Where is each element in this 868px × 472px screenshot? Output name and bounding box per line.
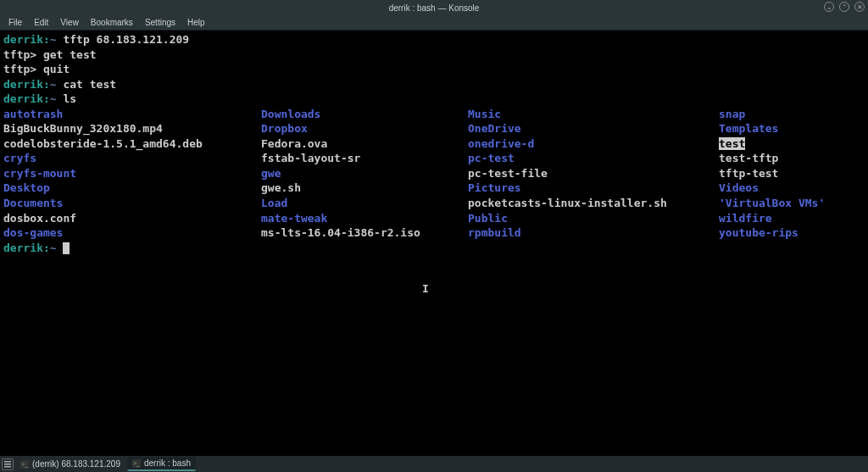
taskbar-label: derrik : bash bbox=[144, 458, 191, 468]
file-name: Downloads bbox=[261, 108, 320, 120]
ls-entry: Fedora.ova bbox=[261, 136, 468, 152]
maximize-button[interactable]: ⌃ bbox=[839, 2, 849, 12]
file-name: gwe bbox=[261, 167, 281, 180]
ls-entry: rpmbuild bbox=[468, 225, 719, 241]
file-name: Desktop bbox=[3, 181, 50, 194]
menubar: File Edit View Bookmarks Settings Help bbox=[0, 15, 868, 31]
taskbar-item-bash[interactable]: >_ derrik : bash bbox=[127, 457, 196, 471]
file-name: codelobsteride-1.5.1_amd64.deb bbox=[3, 137, 203, 150]
window-controls: ⌄ ⌃ ✕ bbox=[824, 2, 865, 12]
command-text: quit bbox=[43, 63, 70, 75]
file-name: rpmbuild bbox=[468, 226, 521, 239]
menu-file[interactable]: File bbox=[3, 16, 27, 29]
svg-rect-1 bbox=[4, 464, 11, 465]
svg-rect-2 bbox=[4, 466, 11, 468]
ls-column: DownloadsDropboxFedora.ovafstab-layout-s… bbox=[261, 107, 468, 241]
ls-entry: gwe bbox=[261, 166, 468, 181]
terminal-line: tftp> get test bbox=[3, 47, 865, 63]
file-name: autotrash bbox=[3, 108, 63, 120]
ls-entry: cryfs-mount bbox=[3, 166, 261, 181]
ls-entry: snap bbox=[719, 107, 825, 122]
menu-bookmarks[interactable]: Bookmarks bbox=[86, 16, 138, 29]
ls-entry: dos-games bbox=[3, 225, 261, 241]
file-name: Templates bbox=[719, 122, 778, 135]
ls-entry: test bbox=[719, 136, 825, 152]
window-title: derrik : bash — Konsole bbox=[389, 3, 480, 13]
file-name: test-tftp bbox=[719, 152, 778, 164]
file-name: gwe.sh bbox=[261, 181, 301, 194]
ls-entry: 'VirtualBox VMs' bbox=[719, 196, 825, 211]
command-text: cat test bbox=[63, 78, 116, 91]
terminal-area[interactable]: derrik:~ tftp 68.183.121.209 tftp> get t… bbox=[0, 31, 868, 456]
taskbar-item-ssh[interactable]: >_ (derrik) 68.183.121.209 bbox=[15, 458, 125, 470]
menu-view[interactable]: View bbox=[55, 16, 84, 29]
cursor-icon bbox=[63, 242, 70, 254]
file-name: BigBuckBunny_320x180.mp4 bbox=[3, 122, 163, 135]
file-name: Videos bbox=[719, 181, 759, 194]
close-button[interactable]: ✕ bbox=[854, 2, 865, 12]
prompt-path: ~ bbox=[50, 242, 57, 254]
ls-entry: Pictures bbox=[468, 180, 719, 196]
ls-entry: OneDrive bbox=[468, 121, 719, 136]
file-name: Public bbox=[468, 212, 508, 225]
terminal-line: derrik:~ tftp 68.183.121.209 bbox=[3, 32, 865, 47]
file-name: youtube-rips bbox=[719, 226, 798, 239]
ls-entry: pocketcasts-linux-installer.sh bbox=[468, 196, 719, 211]
ls-entry: Dropbox bbox=[261, 121, 468, 136]
file-name: fstab-layout-sr bbox=[261, 152, 360, 164]
menu-help[interactable]: Help bbox=[182, 16, 210, 29]
ls-entry: Downloads bbox=[261, 107, 468, 122]
file-name: Fedora.ova bbox=[261, 137, 327, 150]
command-text: tftp 68.183.121.209 bbox=[63, 33, 189, 46]
ls-column: autotrashBigBuckBunny_320x180.mp4codelob… bbox=[3, 107, 261, 241]
ls-entry: Load bbox=[261, 196, 468, 211]
ls-entry: Documents bbox=[3, 196, 261, 211]
prompt-user: derrik bbox=[3, 33, 43, 46]
terminal-icon: >_ bbox=[132, 459, 141, 468]
file-name: onedrive-d bbox=[468, 137, 534, 150]
ls-entry: BigBuckBunny_320x180.mp4 bbox=[3, 121, 261, 136]
ls-entry: Music bbox=[468, 107, 719, 122]
minimize-button[interactable]: ⌄ bbox=[824, 2, 834, 12]
ls-column: snapTemplatestesttest-tftptftp-testVideo… bbox=[719, 107, 825, 241]
file-name: pc-test bbox=[468, 152, 515, 164]
tftp-prompt: tftp> bbox=[3, 63, 36, 75]
file-name: test bbox=[719, 137, 745, 150]
ls-entry: gwe.sh bbox=[261, 180, 468, 196]
menu-settings[interactable]: Settings bbox=[140, 16, 181, 29]
file-name: snap bbox=[719, 108, 745, 120]
ls-entry: Templates bbox=[719, 121, 825, 136]
ls-entry: dosbox.conf bbox=[3, 211, 261, 226]
ls-entry: pc-test-file bbox=[468, 166, 719, 181]
file-name: cryfs bbox=[3, 152, 36, 164]
file-name: pocketcasts-linux-installer.sh bbox=[468, 197, 667, 209]
menu-icon bbox=[4, 461, 11, 468]
file-name: dos-games bbox=[3, 226, 63, 239]
ls-entry: Public bbox=[468, 211, 719, 226]
file-name: mate-tweak bbox=[261, 212, 327, 225]
start-button[interactable] bbox=[2, 458, 14, 470]
ls-entry: pc-test bbox=[468, 151, 719, 166]
tftp-prompt: tftp> bbox=[3, 48, 36, 61]
ls-entry: ms-lts-16.04-i386-r2.iso bbox=[261, 225, 468, 241]
ls-entry: test-tftp bbox=[719, 151, 825, 166]
file-name: Documents bbox=[3, 197, 63, 209]
file-name: ms-lts-16.04-i386-r2.iso bbox=[261, 226, 420, 239]
taskbar: >_ (derrik) 68.183.121.209 >_ derrik : b… bbox=[0, 456, 868, 472]
svg-rect-0 bbox=[4, 461, 11, 463]
terminal-icon: >_ bbox=[20, 460, 29, 469]
ls-entry: autotrash bbox=[3, 107, 261, 122]
ls-entry: Desktop bbox=[3, 180, 261, 196]
ls-entry: Videos bbox=[719, 180, 825, 196]
taskbar-label: (derrik) 68.183.121.209 bbox=[32, 459, 120, 469]
file-name: 'VirtualBox VMs' bbox=[719, 197, 825, 209]
window-titlebar: derrik : bash — Konsole ⌄ ⌃ ✕ bbox=[0, 0, 868, 15]
ls-output: autotrashBigBuckBunny_320x180.mp4codelob… bbox=[3, 107, 865, 241]
ls-entry: onedrive-d bbox=[468, 136, 719, 152]
text-cursor-icon: I bbox=[422, 281, 429, 297]
menu-edit[interactable]: Edit bbox=[29, 16, 53, 29]
file-name: cryfs-mount bbox=[3, 167, 76, 180]
file-name: tftp-test bbox=[719, 167, 778, 180]
terminal-line: tftp> quit bbox=[3, 62, 865, 77]
prompt-path: ~ bbox=[50, 78, 57, 91]
